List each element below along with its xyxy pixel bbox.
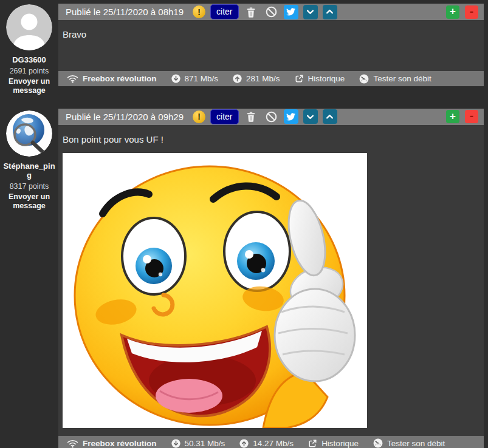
block-button[interactable] [264,109,279,124]
block-button[interactable] [264,4,279,19]
author-points: 2691 points [10,67,49,75]
post-main: Publié le 25/11/2020 à 08h19 ! citer [58,4,484,86]
downvote-button[interactable]: - [465,5,478,19]
expand-button[interactable] [323,109,337,124]
history-label[interactable]: Historique [321,439,359,448]
up-arrow-circle-icon [239,439,249,448]
post: Stéphane_ping 8317 points Envoyer un mes… [0,109,488,448]
connection-label: Freebox révolution [83,74,157,83]
connection-label: Freebox révolution [83,439,157,448]
post-body: Bravo [58,20,484,71]
wifi-icon [67,74,78,83]
history-link[interactable]: Historique [295,74,345,83]
download-value: 50.31 Mb/s [185,439,225,448]
post-text: Bravo [63,20,479,39]
trash-icon [246,111,256,122]
chevron-down-icon [306,112,315,121]
down-arrow-circle-icon [171,74,180,83]
author-column: DG33600 2691 points Envoyer un message [0,4,58,95]
external-link-icon [295,74,304,83]
chevron-down-icon [306,7,315,16]
post-separator [0,95,488,109]
download-speed: 50.31 Mb/s [171,439,225,448]
post-body: Bon point pour vous UF ! [58,125,484,436]
thumbs-up-smiley-image [63,153,367,428]
post-footer-bar: Freebox révolution 871 Mb/s [58,71,484,86]
connection-info: Freebox révolution [67,74,157,83]
speedtest-label[interactable]: Tester son débit [387,439,445,448]
history-label[interactable]: Historique [308,74,345,83]
warning-icon[interactable]: ! [193,110,205,123]
author-column: Stéphane_ping 8317 points Envoyer un mes… [0,109,58,211]
upload-value: 281 Mb/s [246,74,280,83]
upload-speed: 14.27 Mb/s [239,439,294,448]
send-message-link[interactable]: Envoyer un message [4,77,54,95]
post-header-bar: Publié le 25/11/2020 à 08h19 ! citer [58,4,484,20]
user-silhouette-avatar[interactable] [6,4,52,50]
gauge-icon [359,74,369,84]
twitter-share-button[interactable] [284,109,298,124]
author-name[interactable]: DG33600 [12,55,46,65]
block-icon [266,111,277,123]
post: DG33600 2691 points Envoyer un message P… [0,4,488,95]
post-header-bar: Publié le 25/11/2020 à 09h29 ! citer [58,109,484,125]
download-value: 871 Mb/s [185,74,219,83]
history-link[interactable]: Historique [308,439,359,448]
send-message-link[interactable]: Envoyer un message [4,192,54,211]
upvote-button[interactable]: + [446,5,459,19]
collapse-button[interactable] [303,109,318,124]
down-arrow-circle-icon [171,439,180,448]
cite-button[interactable]: citer [210,109,238,124]
connection-info: Freebox révolution [67,439,157,448]
gauge-icon [373,438,383,448]
published-date: Publié le 25/11/2020 à 09h29 [66,112,184,122]
globe-magnifier-avatar[interactable] [6,110,52,157]
speedtest-link[interactable]: Tester son débit [359,74,431,84]
speedtest-link[interactable]: Tester son débit [373,438,445,448]
forum-thread: DG33600 2691 points Envoyer un message P… [0,0,488,448]
expand-button[interactable] [323,5,337,19]
upvote-button[interactable]: + [446,110,459,123]
warning-icon[interactable]: ! [193,5,205,18]
author-name[interactable]: Stéphane_ping [2,161,57,180]
cite-button[interactable]: citer [210,4,238,19]
external-link-icon [308,439,317,448]
download-speed: 871 Mb/s [171,74,219,83]
collapse-button[interactable] [303,5,318,19]
vote-buttons: + - [446,110,478,123]
author-points: 8317 points [10,182,49,191]
post-footer-bar: Freebox révolution 50.31 Mb/s [58,436,484,448]
upload-speed: 281 Mb/s [233,74,280,83]
twitter-icon [286,112,295,121]
published-date: Publié le 25/11/2020 à 08h19 [66,7,184,17]
delete-button[interactable] [244,4,259,19]
post-text: Bon point pour vous UF ! [63,125,479,144]
post-main: Publié le 25/11/2020 à 09h29 ! citer [58,109,484,448]
upload-value: 14.27 Mb/s [253,439,294,448]
block-icon [266,6,277,18]
vote-buttons: + - [446,5,478,19]
twitter-share-button[interactable] [284,5,298,19]
up-arrow-circle-icon [233,74,242,83]
twitter-icon [286,7,295,16]
chevron-up-icon [325,112,334,121]
downvote-button[interactable]: - [465,110,478,123]
chevron-up-icon [325,7,334,16]
trash-icon [246,7,256,18]
speedtest-label[interactable]: Tester son débit [373,74,431,83]
delete-button[interactable] [244,109,259,124]
wifi-icon [67,439,78,448]
